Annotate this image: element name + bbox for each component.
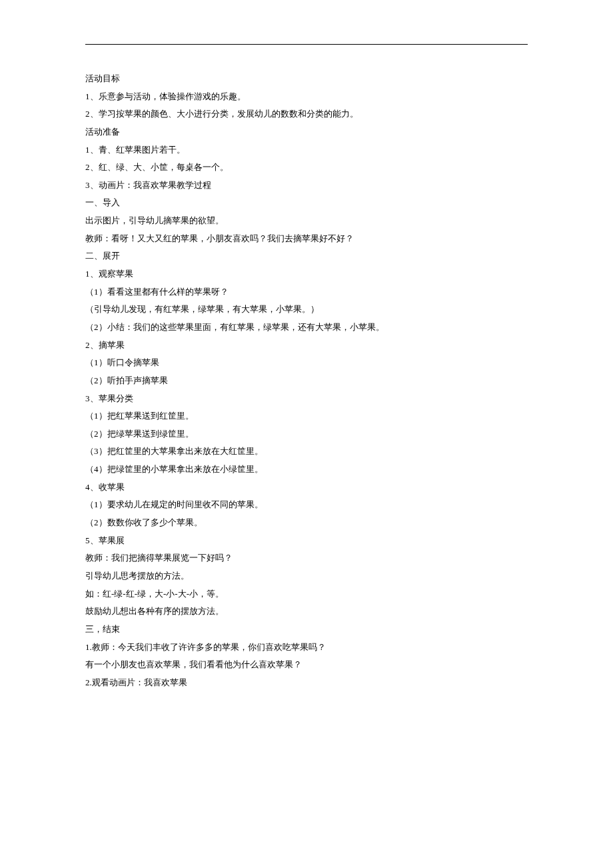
text-line: （1）把红苹果送到红筐里。 [85, 407, 528, 425]
text-line: （引导幼儿发现，有红苹果，绿苹果，有大苹果，小苹果。） [85, 301, 528, 319]
text-line: 活动准备 [85, 123, 528, 141]
text-line: 1、乐意参与活动，体验操作游戏的乐趣。 [85, 88, 528, 106]
text-line: 3、苹果分类 [85, 390, 528, 408]
text-line: 5、苹果展 [85, 532, 528, 550]
text-line: 一、导入 [85, 194, 528, 212]
text-line: 有一个小朋友也喜欢苹果，我们看看他为什么喜欢苹果？ [85, 656, 528, 674]
text-line: 1、青、红苹果图片若干。 [85, 141, 528, 159]
text-line: 2、摘苹果 [85, 337, 528, 355]
text-line: （1）听口令摘苹果 [85, 354, 528, 372]
text-line: 2、学习按苹果的颜色、大小进行分类，发展幼儿的数数和分类的能力。 [85, 105, 528, 123]
text-line: 二、展开 [85, 247, 528, 265]
text-line: 鼓励幼儿想出各种有序的摆放方法。 [85, 603, 528, 621]
document-body: 活动目标 1、乐意参与活动，体验操作游戏的乐趣。 2、学习按苹果的颜色、大小进行… [85, 70, 528, 691]
text-line: （2）数数你收了多少个苹果。 [85, 514, 528, 532]
text-line: 引导幼儿思考摆放的方法。 [85, 567, 528, 585]
text-line: （2）小结：我们的这些苹果里面，有红苹果，绿苹果，还有大苹果，小苹果。 [85, 319, 528, 337]
text-line: 教师：我们把摘得苹果展览一下好吗？ [85, 549, 528, 567]
horizontal-divider [85, 44, 528, 45]
text-line: （2）把绿苹果送到绿筐里。 [85, 425, 528, 443]
text-line: 活动目标 [85, 70, 528, 88]
text-line: 4、收苹果 [85, 479, 528, 497]
text-line: 教师：看呀！又大又红的苹果，小朋友喜欢吗？我们去摘苹果好不好？ [85, 230, 528, 248]
text-line: 2、红、绿、大、小筐，每桌各一个。 [85, 159, 528, 177]
text-line: 1.教师：今天我们丰收了许许多多的苹果，你们喜欢吃苹果吗？ [85, 639, 528, 657]
text-line: 出示图片，引导幼儿摘苹果的欲望。 [85, 212, 528, 230]
text-line: （2）听拍手声摘苹果 [85, 372, 528, 390]
text-line: （1）看看这里都有什么样的苹果呀？ [85, 283, 528, 301]
text-line: 如：红-绿-红-绿，大-小-大-小，等。 [85, 585, 528, 603]
text-line: 1、观察苹果 [85, 265, 528, 283]
text-line: 三，结束 [85, 621, 528, 639]
text-line: 2.观看动画片：我喜欢苹果 [85, 674, 528, 692]
text-line: （4）把绿筐里的小苹果拿出来放在小绿筐里。 [85, 461, 528, 479]
text-line: （3）把红筐里的大苹果拿出来放在大红筐里。 [85, 443, 528, 461]
text-line: 3、动画片：我喜欢苹果教学过程 [85, 177, 528, 195]
text-line: （1）要求幼儿在规定的时间里收不同的苹果。 [85, 496, 528, 514]
